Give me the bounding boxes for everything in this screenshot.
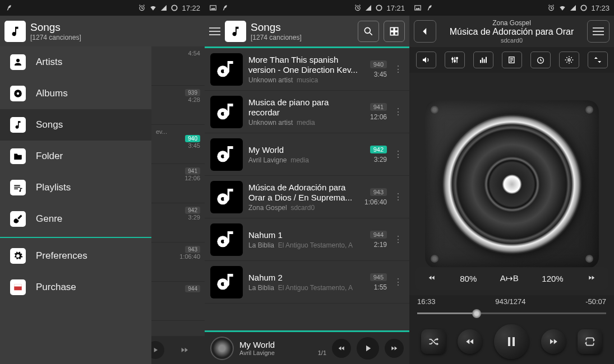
prev-button[interactable] [458, 329, 482, 354]
svg-point-22 [217, 236, 228, 247]
visualizer-button[interactable] [473, 52, 493, 68]
svg-point-2 [14, 90, 22, 97]
now-playing-art [210, 337, 234, 360]
drawer-item-purchase[interactable]: Purchase [0, 272, 151, 303]
song-duration: 3:29 [374, 156, 387, 164]
player-title: Música de Adoración para Orar [442, 27, 581, 37]
more-button[interactable]: ⋮ [393, 150, 404, 159]
equalizer-button[interactable] [445, 52, 465, 68]
song-row[interactable]: Musica de piano para recordarUnknown art… [205, 91, 409, 133]
shuffle-button[interactable] [421, 329, 446, 354]
folder-icon [10, 148, 26, 164]
song-row[interactable]: More Than This spanish version - One Dir… [205, 48, 409, 91]
settings-button[interactable] [559, 52, 579, 68]
timer-button[interactable] [530, 52, 551, 68]
song-title: My World [248, 145, 359, 155]
speed-down-label[interactable]: 80% [455, 272, 481, 286]
wifi-icon [149, 4, 157, 12]
back-button[interactable] [414, 20, 436, 43]
menu-button[interactable] [587, 20, 610, 43]
gear-icon [10, 248, 26, 264]
drawer-item-preferences[interactable]: Preferences [0, 240, 151, 272]
track-number-badge: 943 [370, 188, 387, 196]
song-row[interactable]: Nahum 2La Biblia El Antiguo Testamento, … [205, 261, 409, 304]
song-duration: 1:06:40 [364, 198, 387, 206]
header-title: Songs [30, 21, 200, 34]
album-art-area[interactable]: 80% A↦B 120% [409, 73, 614, 295]
drawer-item-songs[interactable]: Songs [0, 109, 151, 141]
player-controls [409, 319, 614, 364]
svg-point-28 [581, 5, 587, 10]
more-button[interactable]: ⋮ [393, 108, 404, 116]
feather-icon [425, 4, 433, 12]
song-row[interactable]: My WorldAvril Lavigne media9423:29⋮ [205, 133, 409, 176]
more-button[interactable]: ⋮ [393, 65, 404, 74]
ab-repeat-label[interactable]: A↦B [496, 271, 523, 286]
drawer-item-genre[interactable]: Genre [0, 203, 151, 235]
speed-up-label[interactable]: 120% [537, 272, 567, 286]
song-duration: 12:06 [370, 113, 387, 121]
tool-row [409, 47, 614, 73]
drawer-item-label: Playlists [36, 182, 71, 193]
svg-point-20 [217, 193, 228, 204]
lyrics-button[interactable] [502, 52, 522, 68]
next-button[interactable] [176, 341, 193, 359]
next-button[interactable] [541, 329, 566, 354]
person-icon [10, 54, 26, 70]
speaker-graphic [442, 114, 582, 254]
rewind-seek-button[interactable] [422, 272, 441, 286]
next-button[interactable] [385, 339, 404, 358]
volume-button[interactable] [416, 52, 436, 68]
svg-point-7 [356, 6, 360, 11]
disc-icon [10, 86, 26, 101]
search-button[interactable] [358, 21, 379, 42]
svg-point-30 [454, 60, 455, 62]
signal-icon [365, 4, 372, 11]
song-list[interactable]: More Than This spanish version - One Dir… [205, 48, 409, 330]
drawer-item-playlists[interactable]: Playlists [0, 172, 151, 203]
drawer-item-artists[interactable]: Artists [0, 46, 151, 78]
song-subtitle: La Biblia El Antiguo Testamento, A [248, 241, 359, 249]
drawer-item-folder[interactable]: Folder [0, 141, 151, 172]
song-row[interactable]: Música de Adoración para Orar a Dios / E… [205, 176, 409, 218]
pause-button[interactable] [494, 324, 529, 359]
header-subtitle: [1274 canciones] [30, 34, 200, 41]
app-header: Songs [1274 canciones] [0, 16, 205, 46]
drawer-item-label: Folder [36, 151, 63, 162]
clock: 17:22 [182, 4, 200, 12]
playlist-icon [10, 180, 26, 195]
song-row[interactable]: Nahum 1La Biblia El Antiguo Testamento, … [205, 218, 409, 261]
drawer-item-albums[interactable]: Albums [0, 78, 151, 109]
track-number-badge: 942 [370, 146, 387, 153]
status-bar: 17:23 [409, 0, 614, 16]
drawer-item-label: Songs [36, 119, 63, 130]
svg-point-15 [221, 69, 225, 73]
prev-button[interactable] [332, 339, 351, 358]
svg-rect-11 [395, 27, 398, 31]
now-playing-bar[interactable]: My World Avril Lavigne1/1 [205, 330, 409, 364]
navigation-drawer: ArtistsAlbumsSongsFolderPlaylistsGenrePr… [0, 46, 151, 364]
menu-button[interactable] [209, 27, 220, 35]
song-title: Nahum 2 [248, 273, 359, 283]
view-toggle-button[interactable] [384, 21, 405, 42]
song-duration: 2:19 [374, 241, 387, 249]
screen-song-list: 17:21 Songs [1274 canciones] More Than T… [205, 0, 409, 364]
seek-bar[interactable] [409, 308, 614, 319]
more-button[interactable]: ⋮ [393, 235, 404, 244]
image-icon [414, 4, 422, 12]
list-item-peek: 4:54 [151, 46, 205, 86]
player-artist: Zona Gospel [442, 19, 581, 27]
play-button[interactable] [357, 337, 379, 360]
swap-button[interactable] [588, 52, 608, 68]
repeat-button[interactable] [578, 329, 602, 354]
list-item-peek: 9394:28 [151, 86, 205, 125]
music-note-icon [225, 21, 246, 42]
more-button[interactable]: ⋮ [393, 278, 404, 287]
seek-thumb[interactable] [472, 309, 481, 318]
album-art-icon [210, 53, 243, 86]
song-subtitle: Unknown artist media [248, 119, 359, 127]
drawer-separator [0, 237, 151, 238]
screen-drawer: 17:22 Songs [1274 canciones] 4:549394:28… [0, 0, 205, 364]
more-button[interactable]: ⋮ [393, 193, 404, 202]
forward-seek-button[interactable] [582, 272, 601, 286]
